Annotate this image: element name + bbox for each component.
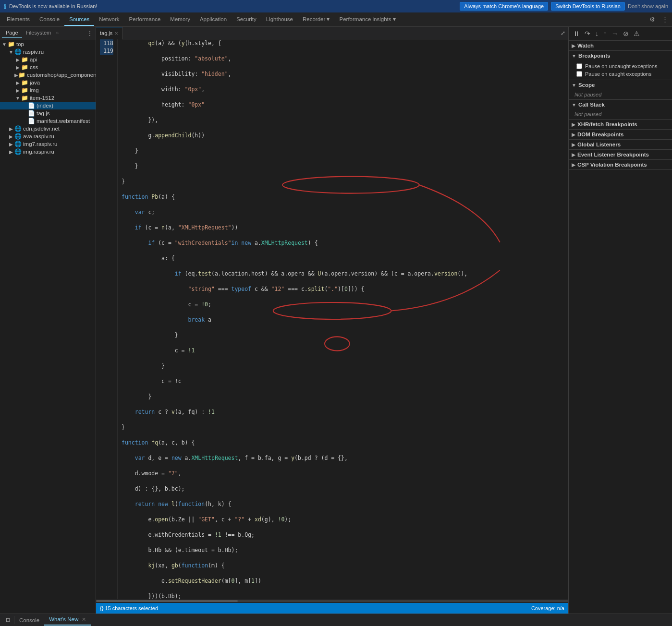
step-button[interactable]: →: [610, 29, 620, 38]
csp-header[interactable]: ▶ CSP Violation Breakpoints: [569, 160, 672, 169]
net-icon-ava: 🌐: [14, 133, 22, 140]
expand-editor-button[interactable]: ⤢: [558, 30, 568, 36]
code-line: if (c = "withCredentials"in new a.XMLHtt…: [122, 239, 564, 247]
toggle-drawer-button[interactable]: ⊟: [4, 616, 12, 624]
code-area[interactable]: 118: [96, 39, 568, 599]
tab-security[interactable]: Security: [232, 13, 261, 26]
lp-tab-filesystem[interactable]: Filesystem: [22, 28, 55, 38]
editor-tab-close[interactable]: ✕: [114, 31, 118, 36]
bottom-tab-whatsnew[interactable]: What's New ✕: [44, 614, 91, 626]
whatsnew-close[interactable]: ✕: [82, 616, 86, 622]
file-tree: ▼ 📁 top ▼ 🌐 raspiv.ru ▶ 📁 api ▶ 📁 css: [0, 39, 96, 614]
tree-label-index: (index): [37, 103, 53, 108]
tree-arrow-imgr: ▶: [8, 149, 14, 155]
step-into-button[interactable]: ↓: [594, 29, 600, 38]
step-over-button[interactable]: ↷: [583, 29, 592, 38]
pause-uncaught-label: Pause on uncaught exceptions: [585, 63, 657, 69]
xhr-header[interactable]: ▶ XHR/fetch Breakpoints: [569, 120, 672, 129]
callstack-arrow: ▼: [572, 102, 576, 108]
tree-item-imgr[interactable]: ▶ 🌐 img.raspiv.ru: [0, 148, 96, 156]
tab-performance[interactable]: Performance: [124, 13, 166, 26]
file-icon-index: 📄: [28, 102, 35, 109]
tree-arrow-ava: ▶: [8, 134, 14, 139]
net-icon-cdn: 🌐: [14, 125, 22, 132]
bottom-tab-console[interactable]: Console: [14, 615, 44, 625]
net-icon-raspiv: 🌐: [14, 48, 22, 55]
code-scrollbar[interactable]: [96, 599, 568, 603]
global-header[interactable]: ▶ Global Listeners: [569, 140, 672, 149]
tree-label-ava: ava.raspiv.ru: [23, 133, 54, 139]
tree-item-img[interactable]: ▶ 📁 img: [0, 86, 96, 94]
scope-label: Scope: [578, 82, 595, 88]
step-out-button[interactable]: ↑: [602, 29, 608, 38]
switch-language-button[interactable]: Switch DevTools to Russian: [551, 2, 625, 11]
tab-perf-insights[interactable]: Performance insights ▾: [334, 13, 400, 26]
tree-item-manifest[interactable]: 📄 manifest.webmanifest: [0, 117, 96, 125]
tab-memory[interactable]: Memory: [165, 13, 195, 26]
code-line: }))(b.Bb);: [122, 592, 564, 599]
tree-item-java[interactable]: ▶ 📁 java: [0, 79, 96, 86]
tree-label-item1512: item-1512: [30, 95, 54, 101]
breakpoints-label: Breakpoints: [578, 53, 610, 59]
tab-lighthouse[interactable]: Lighthouse: [261, 13, 298, 26]
tree-item-index[interactable]: 📄 (index): [0, 102, 96, 109]
scope-header[interactable]: ▼ Scope: [569, 80, 672, 90]
callstack-label: Call Stack: [578, 102, 605, 108]
pause-caught-label: Pause on caught exceptions: [585, 71, 651, 77]
tree-item-cdn[interactable]: ▶ 🌐 cdn.jsdelivr.net: [0, 125, 96, 132]
tree-item-customshop[interactable]: ▶ 📁 customshop/app_component: [0, 71, 96, 79]
tree-item-raspiv[interactable]: ▼ 🌐 raspiv.ru: [0, 48, 96, 56]
tree-item-top[interactable]: ▼ 📁 top: [0, 40, 96, 48]
tree-arrow-api: ▶: [14, 57, 21, 62]
deactivate-breakpoints-button[interactable]: ⊘: [622, 29, 630, 38]
code-line: var d, e = new a.XMLHttpRequest, f = b.f…: [122, 454, 564, 462]
devtools-banner: ℹ DevTools is now available in Russian! …: [0, 0, 672, 12]
breakpoints-section: ▼ Breakpoints Pause on uncaught exceptio…: [569, 51, 672, 80]
pause-caught-checkbox[interactable]: [576, 71, 582, 77]
more-options-button[interactable]: ⋮: [660, 15, 670, 24]
tree-label-tagjs: tag.js: [37, 110, 50, 116]
code-line: a: {: [122, 254, 564, 262]
dom-header[interactable]: ▶ DOM Breakpoints: [569, 130, 672, 139]
pause-button[interactable]: ⏸: [572, 29, 581, 38]
tree-item-css[interactable]: ▶ 📁 css: [0, 63, 96, 71]
tree-item-ava[interactable]: ▶ 🌐 ava.raspiv.ru: [0, 132, 96, 140]
code-line: }: [122, 423, 564, 431]
dismiss-link[interactable]: Don't show again: [628, 3, 668, 9]
net-icon-imgr: 🌐: [14, 148, 22, 155]
editor-tab-tagjs[interactable]: tag.js ✕: [96, 27, 122, 39]
watch-header[interactable]: ▶ Watch: [569, 41, 672, 50]
tree-item-tagjs[interactable]: 📄 tag.js: [0, 109, 96, 117]
code-line: }: [122, 362, 564, 370]
settings-button[interactable]: ⚙: [648, 15, 657, 24]
dom-label: DOM Breakpoints: [577, 132, 624, 137]
tab-application[interactable]: Application: [195, 13, 232, 26]
tree-item-item1512[interactable]: ▼ 📁 item-1512: [0, 94, 96, 102]
code-line: e.withCredentials = !1 !== b.Qg;: [122, 531, 564, 539]
global-arrow: ▶: [572, 142, 575, 147]
breakpoints-header[interactable]: ▼ Breakpoints: [569, 51, 672, 60]
main-tabs: Elements Console Sources Network Perform…: [2, 13, 401, 26]
tree-label-customshop: customshop/app_component: [27, 72, 96, 78]
tab-console[interactable]: Console: [35, 13, 64, 26]
tab-elements[interactable]: Elements: [2, 13, 35, 26]
tree-item-img7[interactable]: ▶ 🌐 img7.raspiv.ru: [0, 140, 96, 148]
callstack-header[interactable]: ▼ Call Stack: [569, 100, 672, 109]
tab-sources[interactable]: Sources: [64, 13, 94, 26]
code-line: qd(a) && (y(h.style, {: [122, 39, 564, 47]
editor-tab-label: tag.js: [100, 30, 112, 36]
left-panel-menu-button[interactable]: ⋮: [86, 29, 94, 37]
lp-tab-page[interactable]: Page: [2, 28, 22, 38]
event-arrow: ▶: [572, 152, 575, 157]
pause-uncaught-checkbox[interactable]: [576, 63, 582, 69]
tree-item-api[interactable]: ▶ 📁 api: [0, 56, 96, 63]
bottom-panel-toggle: ⊟: [2, 616, 14, 624]
editor-tabs: tag.js ✕ ⤢: [96, 27, 568, 39]
tab-recorder[interactable]: Recorder ▾: [298, 13, 335, 26]
event-header[interactable]: ▶ Event Listener Breakpoints: [569, 150, 672, 159]
match-language-button[interactable]: Always match Chrome's language: [460, 2, 548, 11]
dont-pause-exceptions-button[interactable]: ⚠: [632, 29, 641, 38]
main-container: Page Filesystem » ⋮ ▼ 📁 top ▼ 🌐 raspiv.r…: [0, 27, 672, 614]
code-line: position: "absolute",: [122, 55, 564, 62]
tab-network[interactable]: Network: [94, 13, 124, 26]
